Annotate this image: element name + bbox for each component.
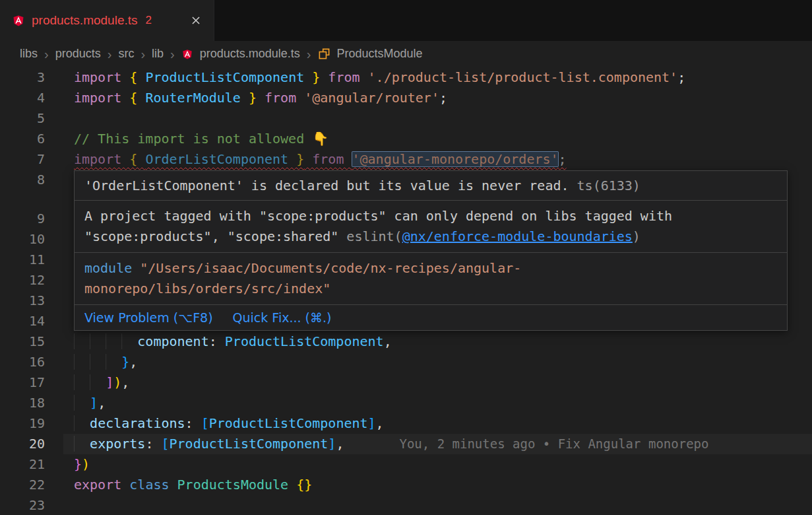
line-number[interactable]: 3 — [0, 67, 45, 88]
hover-diagnostic-eslint: A project tagged with "scope:products" c… — [75, 201, 787, 253]
angular-icon — [12, 13, 25, 28]
chevron-right-icon: › — [170, 48, 175, 61]
code-line-18[interactable]: 18 ], — [0, 393, 812, 413]
line-number[interactable]: 15 — [0, 331, 45, 352]
tab-products-module[interactable]: products.module.ts 2 — [0, 0, 214, 41]
breadcrumb-item-src[interactable]: src — [118, 47, 134, 61]
breadcrumb: libs › products › src › lib › products.m… — [0, 41, 812, 67]
eslint-rule-link[interactable]: @nx/enforce-module-boundaries — [402, 228, 633, 244]
view-problem-action[interactable]: View Problem (⌥F8) — [84, 310, 213, 325]
code-line-20[interactable]: 20 exports: [ProductListComponent],You, … — [0, 434, 812, 454]
symbol-class-icon — [318, 48, 330, 60]
chevron-right-icon: › — [141, 48, 145, 61]
line-number[interactable]: 19 — [0, 413, 45, 434]
line-number[interactable]: 23 — [0, 495, 45, 515]
line-number[interactable]: 11 — [0, 250, 45, 270]
code-line-23[interactable]: 23 — [0, 495, 812, 515]
code-text: }) — [74, 454, 812, 475]
line-number[interactable]: 12 — [0, 270, 45, 291]
code-text: import { ProductListComponent } from './… — [74, 67, 812, 88]
diagnostic-message-line2: "scope:products", "scope:shared" eslint(… — [84, 226, 777, 247]
line-number[interactable]: 8 — [0, 170, 45, 190]
tab-label: products.module.ts — [32, 13, 138, 28]
vscode-window: products.module.ts 2 libs › products › s… — [0, 0, 812, 515]
diagnostic-message-line1: A project tagged with "scope:products" c… — [84, 206, 777, 226]
chevron-right-icon: › — [108, 48, 112, 61]
code-text: }, — [74, 352, 812, 372]
code-line-5[interactable]: 5 — [0, 108, 812, 129]
hover-action-bar: View Problem (⌥F8) Quick Fix... (⌘.) — [75, 305, 787, 330]
tab-problem-count-badge: 2 — [146, 14, 152, 27]
code-line-21[interactable]: 21}) — [0, 454, 812, 475]
code-line-17[interactable]: 17 ]), — [0, 372, 812, 393]
code-text: import { OrderListComponent } from '@ang… — [74, 149, 812, 170]
angular-icon — [181, 48, 193, 61]
line-number[interactable]: 13 — [0, 291, 45, 311]
line-number[interactable]: 9 — [0, 209, 45, 229]
code-text: // This import is not allowed 👇 — [74, 129, 812, 149]
line-number[interactable]: 21 — [0, 454, 45, 475]
code-text: import { RouterModule } from '@angular/r… — [74, 88, 812, 108]
line-number[interactable]: 6 — [0, 129, 45, 149]
line-number[interactable]: 17 — [0, 372, 45, 393]
code-line-3[interactable]: 3import { ProductListComponent } from '.… — [0, 67, 812, 88]
code-text: export class ProductsModule {} — [74, 475, 812, 495]
diagnostic-source: ts(6133) — [569, 178, 640, 193]
breadcrumb-item-libs[interactable]: libs — [20, 47, 38, 61]
line-number[interactable]: 7 — [0, 149, 45, 170]
line-number[interactable]: 10 — [0, 229, 45, 250]
hover-module-info: module "/Users/isaac/Documents/code/nx-r… — [75, 253, 787, 305]
line-number[interactable]: 20 — [0, 434, 45, 454]
breadcrumb-item-lib[interactable]: lib — [152, 47, 164, 61]
line-number[interactable]: 22 — [0, 475, 45, 495]
module-info-line1: module "/Users/isaac/Documents/code/nx-r… — [84, 258, 777, 279]
line-number[interactable]: 14 — [0, 311, 45, 331]
tab-bar: products.module.ts 2 — [0, 0, 812, 41]
code-text: component: ProductListComponent, — [74, 331, 812, 352]
code-line-16[interactable]: 16 }, — [0, 352, 812, 372]
module-info-line2: monorepo/libs/orders/src/index" — [84, 279, 777, 299]
problem-hover-popup: 'OrderListComponent' is declared but its… — [74, 170, 788, 331]
code-line-19[interactable]: 19 declarations: [ProductListComponent], — [0, 413, 812, 434]
line-number[interactable]: 5 — [0, 108, 45, 129]
breadcrumb-item-products[interactable]: products — [55, 47, 101, 61]
quick-fix-action[interactable]: Quick Fix... (⌘.) — [233, 310, 332, 325]
code-text: declarations: [ProductListComponent], — [74, 413, 812, 434]
code-text: ]), — [74, 372, 812, 393]
chevron-right-icon: › — [44, 48, 49, 61]
code-line-4[interactable]: 4import { RouterModule } from '@angular/… — [0, 88, 812, 108]
line-number[interactable]: 4 — [0, 88, 45, 108]
line-number[interactable]: 18 — [0, 393, 45, 413]
chevron-right-icon: › — [307, 48, 311, 61]
breadcrumb-item-symbol[interactable]: ProductsModule — [337, 47, 423, 61]
line-number[interactable]: 16 — [0, 352, 45, 372]
git-blame-annotation: You, 2 minutes ago • Fix Angular monorep… — [344, 436, 708, 451]
code-line-22[interactable]: 22export class ProductsModule {} — [0, 475, 812, 495]
editor[interactable]: 3import { ProductListComponent } from '.… — [0, 67, 812, 515]
breadcrumb-item-file[interactable]: products.module.ts — [200, 47, 300, 61]
code-line-15[interactable]: 15 component: ProductListComponent, — [0, 331, 812, 352]
code-text: exports: [ProductListComponent],You, 2 m… — [74, 434, 812, 454]
close-icon[interactable] — [187, 12, 204, 29]
code-line-6[interactable]: 6// This import is not allowed 👇 — [0, 129, 812, 149]
diagnostic-message: 'OrderListComponent' is declared but its… — [84, 178, 569, 193]
code-text: ], — [74, 393, 812, 413]
code-line-7[interactable]: 7import { OrderListComponent } from '@an… — [0, 149, 812, 170]
hover-diagnostic-ts: 'OrderListComponent' is declared but its… — [75, 171, 787, 201]
